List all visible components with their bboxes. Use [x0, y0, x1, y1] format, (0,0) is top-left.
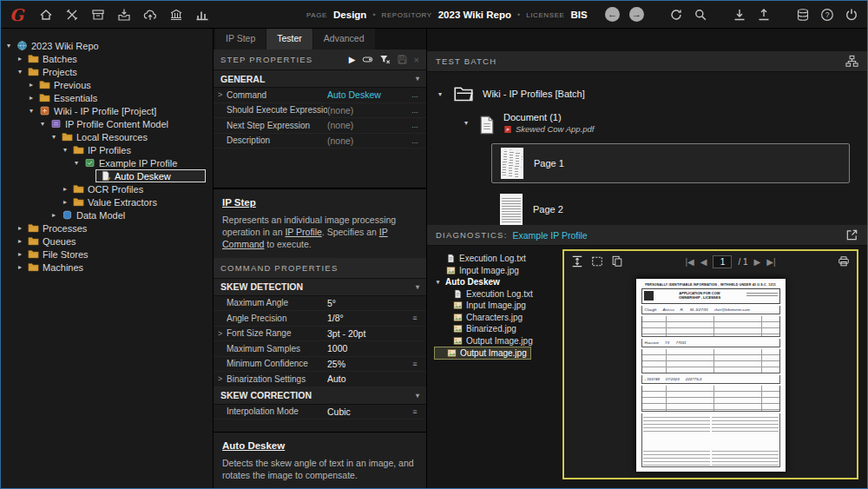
tree-item-data-model[interactable]: ▸ Data Model [1, 208, 213, 221]
clear-filter-icon[interactable] [379, 54, 391, 65]
diag-file-binarized[interactable]: Binarized.jpg [432, 323, 559, 335]
refresh-icon[interactable] [668, 7, 683, 22]
search-icon[interactable] [693, 7, 707, 22]
expander-icon[interactable]: ▾ [462, 112, 470, 127]
tree-item-ip-profile-content-model[interactable]: ▾ IP Profile Content Model [1, 117, 213, 130]
forward-button[interactable]: → [629, 7, 644, 22]
ellipsis-button[interactable]: ... [408, 136, 422, 145]
expander-icon[interactable]: ▸ [16, 251, 24, 258]
power-icon[interactable] [844, 7, 858, 22]
row-expander-icon[interactable]: > [218, 374, 227, 383]
diag-file-characters[interactable]: Characters.jpg [432, 312, 559, 324]
expander-icon[interactable]: ▸ [49, 212, 58, 219]
save-icon[interactable] [397, 54, 408, 65]
tab-advanced[interactable]: Advanced [313, 29, 375, 50]
chevron-icon[interactable]: ▾ [416, 283, 419, 291]
expander-icon[interactable]: ▾ [61, 147, 69, 154]
property-row-angle-precision[interactable]: Angle Precision 1/8° ≡ [214, 311, 426, 327]
last-page-button[interactable]: ▶| [766, 257, 775, 267]
toggle-capsule-icon[interactable] [362, 54, 373, 65]
cloud-upload-icon[interactable] [142, 7, 157, 22]
property-row-should-execute[interactable]: Should Execute Expression (none) ... [214, 103, 426, 119]
expander-icon[interactable]: ▸ [61, 186, 69, 193]
app-logo[interactable]: G [10, 5, 23, 24]
tools-icon[interactable] [64, 7, 79, 22]
diagnostics-profile-link[interactable]: Example IP Profile [513, 230, 588, 241]
tree-item-value-extractors[interactable]: ▸ Value Extractors [1, 195, 213, 208]
tree-item-processes[interactable]: ▸ Processes [1, 221, 213, 235]
pages-icon[interactable] [611, 255, 623, 268]
expander-icon[interactable]: ▸ [27, 82, 36, 89]
tree-item-machines[interactable]: ▸ Machines [1, 261, 213, 274]
download-icon[interactable] [732, 7, 746, 22]
print-icon[interactable] [838, 255, 850, 268]
expander-icon[interactable]: ▸ [16, 225, 24, 232]
diag-file-input-image-2[interactable]: Input Image.jpg [432, 300, 559, 312]
skew-detection-section-header[interactable]: SKEW DETECTION ▾ [214, 279, 426, 296]
diag-group-auto-deskew[interactable]: ▾ Auto Deskew [432, 276, 559, 288]
open-external-icon[interactable] [845, 228, 858, 241]
run-step-button[interactable]: ▶ [349, 55, 356, 64]
diag-file-output-image-selected[interactable]: Output Image.jpg [434, 347, 531, 360]
menu-button[interactable]: ≡ [408, 407, 422, 416]
row-expander-icon[interactable]: > [218, 329, 227, 338]
doc-title-link[interactable]: IP Step [222, 197, 418, 208]
tree-item-projects[interactable]: ▾ Projects [1, 65, 213, 78]
tree-item-ocr-profiles[interactable]: ▸ OCR Profiles [1, 182, 213, 195]
tree-item-batches[interactable]: ▸ Batches [1, 52, 213, 65]
expander-icon[interactable]: ▸ [16, 56, 24, 63]
select-region-icon[interactable] [591, 255, 603, 268]
row-expander-icon[interactable]: > [218, 90, 227, 99]
help-icon[interactable] [819, 7, 834, 22]
back-button[interactable]: ← [605, 7, 620, 22]
expander-icon[interactable]: ▾ [72, 160, 81, 167]
tree-item-ip-profiles[interactable]: ▾ IP Profiles [1, 143, 213, 156]
expander-icon[interactable]: ▾ [434, 279, 442, 286]
skew-correction-section-header[interactable]: SKEW CORRECTION ▾ [214, 387, 426, 405]
import-box-icon[interactable] [116, 7, 131, 22]
tree-item-local-resources[interactable]: ▾ Local Resources [1, 130, 213, 143]
batch-root-item[interactable]: ▾ Wiki - IP Profiles [Batch] [436, 79, 858, 109]
diag-file-input-image[interactable]: Input Image.jpg [432, 265, 559, 277]
page-2-item[interactable]: Page 2 [491, 189, 850, 225]
page-1-item[interactable]: Page 1 [491, 143, 850, 183]
menu-button[interactable]: ≡ [408, 360, 422, 368]
tree-item-example-ip-profile[interactable]: ▾ Example IP Profile [1, 156, 213, 169]
close-icon[interactable]: × [414, 55, 419, 65]
property-row-binarization-settings[interactable]: > Binarization Settings Auto [214, 372, 426, 387]
tab-ip-step[interactable]: IP Step [215, 29, 266, 50]
ellipsis-button[interactable]: ... [408, 106, 422, 115]
expander-icon[interactable]: ▸ [16, 238, 24, 245]
expander-icon[interactable]: ▾ [16, 69, 24, 76]
upload-icon[interactable] [756, 7, 771, 22]
batch-hierarchy-icon[interactable] [845, 55, 858, 68]
bank-icon[interactable] [168, 7, 183, 22]
stats-chart-icon[interactable] [194, 7, 209, 22]
page-number-input[interactable]: 1 [713, 255, 732, 268]
prev-page-button[interactable]: ◀ [700, 257, 707, 267]
property-row-command[interactable]: > Command Auto Deskew ... [214, 88, 426, 103]
next-page-button[interactable]: ▶ [754, 257, 761, 267]
tree-item-auto-deskew[interactable]: Auto Deskew [1, 169, 213, 182]
diag-file-execution-log[interactable]: Execution Log.txt [432, 253, 559, 265]
document-page-image[interactable]: PERSONALLY IDENTIFIABLE INFORMATION - WI… [636, 279, 786, 472]
property-row-maximum-samples[interactable]: Maximum Samples 1000 [214, 341, 426, 357]
diag-file-output-image[interactable]: Output Image.jpg [432, 335, 559, 347]
general-section-header[interactable]: GENERAL ▾ [214, 70, 426, 88]
repository-value[interactable]: 2023 Wiki Repo [438, 10, 511, 20]
property-row-font-size-range[interactable]: > Font Size Range 3pt - 20pt [214, 327, 426, 342]
fit-height-icon[interactable] [571, 255, 583, 268]
expander-icon[interactable]: ▸ [61, 199, 69, 206]
expander-icon[interactable]: ▾ [49, 134, 58, 141]
tree-item-previous[interactable]: ▸ Previous [1, 78, 213, 91]
expander-icon[interactable]: ▾ [4, 43, 13, 50]
expander-icon[interactable]: ▾ [436, 90, 444, 98]
property-row-description[interactable]: Description (none) ... [214, 134, 426, 149]
expander-icon[interactable]: ▸ [27, 95, 36, 102]
property-row-next-step[interactable]: Next Step Expression (none) ... [214, 118, 426, 134]
doc-title-link[interactable]: Auto Deskew [222, 440, 418, 451]
batch-document-item[interactable]: ▾ Document (1) Skewed Cow App.pdf [462, 112, 858, 138]
expander-icon[interactable]: ▾ [27, 108, 36, 115]
database-layers-icon[interactable] [795, 7, 810, 22]
tree-item-2023-wiki-repo[interactable]: ▾ 2023 Wiki Repo [1, 39, 213, 52]
